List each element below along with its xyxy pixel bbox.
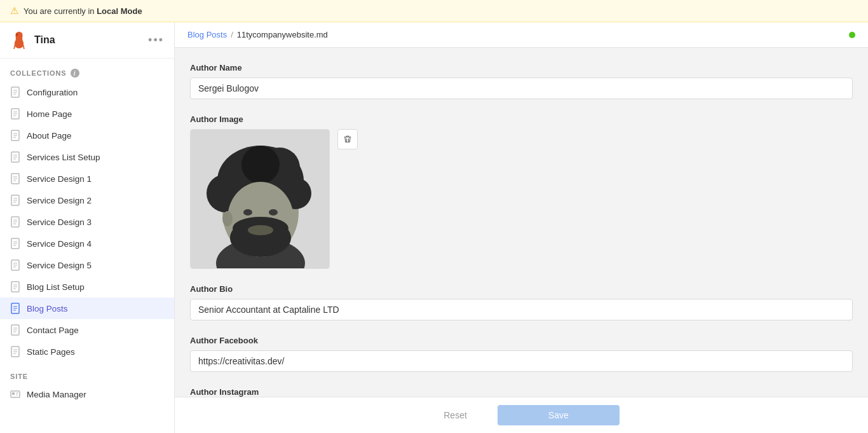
sidebar-item-label: Service Design 4 (27, 239, 92, 249)
sidebar-item-blog-posts[interactable]: Blog Posts (0, 298, 174, 319)
sidebar-item-label: Media Manager (27, 390, 86, 399)
svg-point-69 (269, 209, 278, 216)
doc-icon (10, 173, 20, 184)
sidebar-item-service-design-5[interactable]: Service Design 5 (0, 254, 174, 276)
author-facebook-field-group: Author Facebook (190, 336, 853, 372)
author-facebook-input[interactable] (190, 350, 853, 372)
svg-rect-54 (12, 392, 15, 395)
breadcrumb-link[interactable]: Blog Posts (187, 30, 227, 39)
warning-text: You are currently in Local Mode (24, 6, 142, 16)
author-instagram-label: Author Instagram (190, 387, 853, 397)
sidebar-header: Tina ••• (0, 22, 174, 58)
sidebar-item-configuration[interactable]: Configuration (0, 81, 174, 103)
image-preview (190, 129, 330, 269)
sidebar-item-label: About Page (27, 131, 72, 141)
author-name-input[interactable] (190, 78, 853, 99)
breadcrumb-separator: / (231, 30, 233, 39)
delete-image-button[interactable] (337, 129, 358, 149)
author-image-field-group: Author Image (190, 114, 853, 269)
sidebar-item-media-manager[interactable]: Media Manager (0, 384, 174, 404)
author-bio-label: Author Bio (190, 284, 853, 294)
image-upload-area (190, 129, 853, 269)
author-name-label: Author Name (190, 63, 853, 72)
sidebar-item-service-design-4[interactable]: Service Design 4 (0, 233, 174, 254)
portrait-image (191, 130, 330, 269)
site-section-label: SITE (0, 362, 174, 384)
sidebar-item-label: Service Design 1 (27, 174, 92, 184)
warning-bar: ⚠ You are currently in Local Mode (0, 0, 868, 22)
main-content: Blog Posts / 11tycompanywebsite.md Autho… (175, 22, 868, 433)
svg-point-72 (248, 225, 273, 235)
info-icon: i (71, 69, 79, 78)
llama-icon (10, 31, 28, 49)
app-logo: Tina (10, 31, 55, 49)
doc-icon (10, 195, 20, 206)
sidebar-item-service-design-3[interactable]: Service Design 3 (0, 211, 174, 233)
sidebar-item-label: Static Pages (27, 347, 75, 357)
sidebar-item-services-list-setup[interactable]: Services List Setup (0, 146, 174, 168)
doc-icon (10, 238, 20, 249)
sidebar-item-static-pages[interactable]: Static Pages (0, 341, 174, 362)
footer-bar: Reset Save (175, 397, 868, 433)
doc-icon (10, 346, 20, 357)
svg-point-0 (16, 33, 18, 36)
sidebar-item-about-page[interactable]: About Page (0, 125, 174, 146)
sidebar-item-label: Service Design 5 (27, 261, 92, 270)
menu-dots-button[interactable]: ••• (148, 34, 164, 47)
sidebar-item-label: Services List Setup (27, 153, 100, 162)
sidebar-item-label: Configuration (27, 88, 78, 97)
save-button[interactable]: Save (498, 405, 620, 425)
breadcrumb: Blog Posts / 11tycompanywebsite.md (187, 30, 328, 39)
collections-nav: Configuration Home Page About Page Servi… (0, 81, 174, 362)
doc-icon (10, 259, 20, 271)
warning-icon: ⚠ (10, 5, 18, 17)
doc-icon (10, 151, 20, 163)
media-icon (10, 389, 20, 399)
doc-icon (10, 303, 20, 314)
sidebar-item-contact-page[interactable]: Contact Page (0, 319, 174, 341)
author-instagram-field-group: Author Instagram (190, 387, 853, 397)
breadcrumb-current: 11tycompanywebsite.md (237, 30, 328, 39)
doc-icon (10, 86, 20, 98)
breadcrumb-bar: Blog Posts / 11tycompanywebsite.md (175, 22, 868, 48)
sidebar-item-label: Service Design 3 (27, 217, 92, 227)
svg-point-73 (222, 211, 233, 226)
status-indicator (849, 32, 855, 38)
doc-icon (10, 281, 20, 292)
sidebar: Tina ••• COLLECTIONS i Configuration Hom… (0, 22, 175, 433)
form-area: Author Name Author Image (175, 48, 868, 397)
doc-icon (10, 108, 20, 120)
sidebar-item-service-design-2[interactable]: Service Design 2 (0, 189, 174, 211)
doc-icon (10, 130, 20, 141)
doc-icon (10, 324, 20, 336)
svg-point-66 (241, 146, 280, 184)
sidebar-item-label: Home Page (27, 109, 72, 119)
app-name: Tina (34, 34, 55, 46)
sidebar-item-service-design-1[interactable]: Service Design 1 (0, 168, 174, 189)
sidebar-item-label: Service Design 2 (27, 196, 92, 205)
reset-button[interactable]: Reset (423, 405, 487, 425)
sidebar-item-blog-list-setup[interactable]: Blog List Setup (0, 276, 174, 298)
svg-point-68 (243, 209, 252, 216)
collections-section-label: COLLECTIONS i (0, 58, 174, 81)
sidebar-item-label: Contact Page (27, 326, 79, 335)
trash-icon (343, 135, 352, 144)
sidebar-item-home-page[interactable]: Home Page (0, 103, 174, 125)
author-bio-field-group: Author Bio (190, 284, 853, 320)
author-bio-input[interactable] (190, 299, 853, 320)
sidebar-item-label: Blog List Setup (27, 282, 85, 292)
sidebar-item-label: Blog Posts (27, 304, 68, 313)
doc-icon (10, 216, 20, 228)
author-name-field-group: Author Name (190, 63, 853, 99)
author-facebook-label: Author Facebook (190, 336, 853, 345)
author-image-label: Author Image (190, 114, 853, 124)
